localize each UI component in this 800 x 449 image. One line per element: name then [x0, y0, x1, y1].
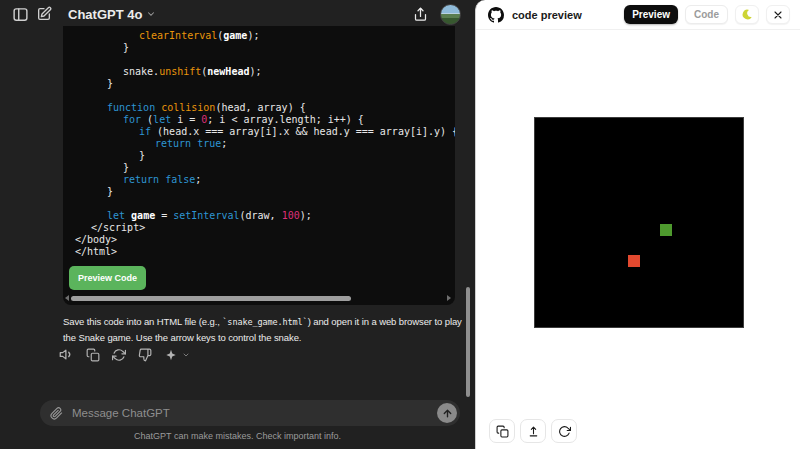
arrow-up-icon — [442, 408, 453, 419]
send-button[interactable] — [437, 403, 457, 423]
game-canvas — [535, 118, 743, 327]
avatar[interactable] — [440, 4, 461, 25]
code-line: } — [75, 150, 455, 162]
code-line: </body> — [75, 234, 455, 246]
disclaimer-text: ChatGPT can make mistakes. Check importa… — [0, 431, 475, 441]
scroll-right-icon[interactable] — [447, 295, 451, 301]
message-actions — [58, 346, 190, 363]
code-lines: clearInterval(game);} snake.unshift(newH… — [75, 30, 455, 258]
code-line: return true; — [75, 138, 455, 150]
chevron-down-icon — [146, 9, 156, 19]
chevron-down-icon — [182, 351, 190, 359]
code-line: } — [75, 186, 455, 198]
model-options-button[interactable] — [162, 346, 179, 363]
new-chat-button[interactable] — [32, 3, 56, 25]
chatgpt-panel: ChatGPT 4o clearInterval(game);} snake.u… — [0, 0, 475, 449]
header-actions — [408, 3, 467, 25]
model-selector[interactable]: ChatGPT 4o — [68, 7, 156, 22]
assistant-message: Save this code into an HTML file (e.g., … — [63, 314, 463, 345]
copy-button[interactable] — [489, 419, 515, 443]
code-line: for (let i = 0; i < array.length; i++) { — [75, 114, 455, 126]
theme-toggle-button[interactable] — [735, 5, 759, 24]
thumbs-down-button[interactable] — [136, 346, 153, 363]
share-icon — [413, 7, 428, 22]
model-label: ChatGPT 4o — [68, 7, 142, 22]
new-chat-icon — [36, 6, 52, 22]
scroll-left-icon[interactable] — [65, 295, 69, 301]
panel-title: code preview — [512, 9, 582, 21]
code-line: } — [75, 162, 455, 174]
code-line: snake.unshift(newHead); — [75, 66, 455, 78]
food-square — [628, 255, 640, 267]
paperclip-icon[interactable] — [50, 407, 63, 420]
code-line — [75, 54, 455, 66]
message-text-start: Save this code into an HTML file (e.g., — [63, 316, 222, 327]
code-preview-panel: code preview Preview Code — [475, 0, 800, 449]
close-button[interactable] — [766, 5, 790, 24]
code-line: } — [75, 78, 455, 90]
app-window: ChatGPT 4o clearInterval(game);} snake.u… — [0, 0, 800, 449]
speaker-icon — [59, 347, 74, 362]
code-line: </script> — [75, 222, 455, 234]
tab-code[interactable]: Code — [685, 5, 728, 24]
refresh-button[interactable] — [551, 419, 577, 443]
snake-segment-square — [660, 224, 672, 236]
horizontal-scrollbar-thumb[interactable] — [71, 296, 351, 301]
refresh-icon — [112, 348, 126, 362]
read-aloud-button[interactable] — [58, 346, 75, 363]
code-line: let game = setInterval(draw, 100); — [75, 210, 455, 222]
moon-icon — [738, 6, 755, 23]
sidebar-toggle-icon — [12, 6, 29, 23]
code-line — [75, 90, 455, 102]
code-line — [75, 198, 455, 210]
thumbs-down-icon — [138, 348, 152, 362]
inline-code: `snake_game.html` — [222, 317, 307, 327]
copy-icon — [86, 348, 100, 362]
vertical-scrollbar-thumb[interactable] — [466, 287, 470, 397]
sparkle-icon — [164, 348, 178, 362]
upload-icon — [527, 425, 540, 438]
preview-toolbar — [489, 419, 577, 443]
code-block: clearInterval(game);} snake.unshift(newH… — [63, 26, 455, 305]
copy-icon — [496, 425, 509, 438]
composer[interactable] — [40, 400, 460, 426]
code-line: </html> — [75, 246, 455, 258]
chat-header: ChatGPT 4o — [0, 0, 475, 28]
tab-preview[interactable]: Preview — [624, 5, 678, 24]
preview-header-actions: Preview Code — [624, 5, 790, 24]
preview-header: code preview Preview Code — [476, 0, 800, 30]
github-icon — [488, 7, 504, 23]
code-line: return false; — [75, 174, 455, 186]
refresh-icon — [558, 425, 571, 438]
close-icon — [772, 9, 784, 21]
copy-message-button[interactable] — [84, 346, 101, 363]
upload-button[interactable] — [520, 419, 546, 443]
code-line: if (head.x === array[i].x && head.y === … — [75, 126, 455, 138]
code-line: clearInterval(game); — [75, 30, 455, 42]
code-line: } — [75, 42, 455, 54]
preview-code-button[interactable]: Preview Code — [69, 266, 146, 290]
horizontal-scrollbar[interactable] — [65, 294, 451, 302]
message-input[interactable] — [72, 407, 437, 419]
share-button[interactable] — [408, 3, 432, 25]
sidebar-toggle-button[interactable] — [8, 3, 32, 25]
regenerate-button[interactable] — [110, 346, 127, 363]
code-line: function collision(head, array) { — [75, 102, 455, 114]
